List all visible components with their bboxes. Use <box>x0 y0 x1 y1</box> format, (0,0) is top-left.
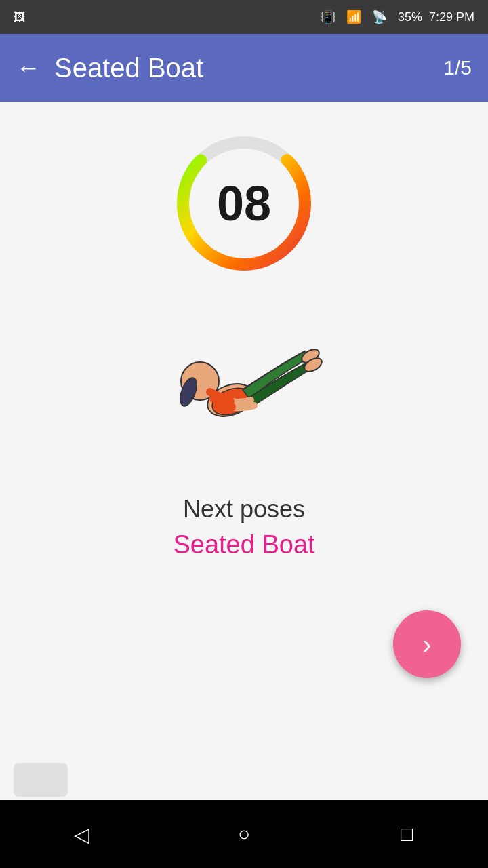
timer-container: 08 <box>169 129 319 278</box>
time-text: 7:29 PM <box>429 10 474 24</box>
vibrate-icon: 📳 <box>321 9 336 24</box>
next-poses-label: Next poses <box>183 495 305 524</box>
next-arrow-icon: › <box>422 629 431 660</box>
pose-illustration <box>142 312 346 461</box>
back-button[interactable]: ← <box>16 54 41 82</box>
back-nav-button[interactable]: ◁ <box>61 814 102 854</box>
recent-square-icon: □ <box>401 823 413 846</box>
page-title: Seated Boat <box>54 53 443 83</box>
sim-icon: 📡 <box>372 9 387 24</box>
status-bar-left: 🖼 <box>14 10 314 24</box>
status-bar: 🖼 📳 📶 📡 35% 7:29 PM <box>0 0 488 34</box>
pose-image-container <box>136 305 352 468</box>
page-indicator: 1/5 <box>443 56 472 79</box>
main-content: 08 <box>0 102 488 760</box>
home-circle-icon: ○ <box>238 823 250 846</box>
timer-value: 08 <box>217 176 271 231</box>
nav-bar: ◁ ○ □ <box>0 800 488 868</box>
wifi-icon: 📶 <box>346 9 361 24</box>
next-button[interactable]: › <box>393 610 461 678</box>
back-triangle-icon: ◁ <box>74 823 89 846</box>
battery-text: 35% <box>398 10 422 24</box>
app-bar: ← Seated Boat 1/5 <box>0 34 488 102</box>
hint-circle <box>14 763 68 797</box>
next-pose-name: Seated Boat <box>173 530 314 559</box>
home-nav-button[interactable]: ○ <box>224 814 264 854</box>
bottom-hint <box>0 760 488 800</box>
image-icon: 🖼 <box>14 10 26 24</box>
recent-nav-button[interactable]: □ <box>386 814 427 854</box>
